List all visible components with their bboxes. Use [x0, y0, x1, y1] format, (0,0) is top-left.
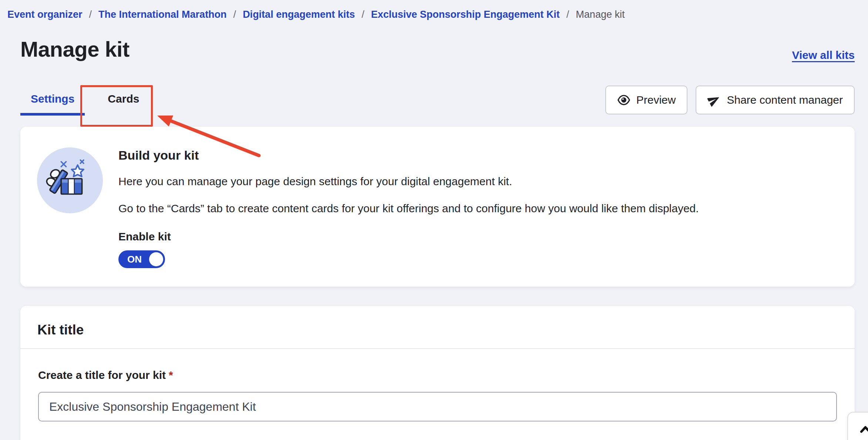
view-all-kits-link[interactable]: View all kits: [792, 49, 855, 61]
preview-button[interactable]: Preview: [605, 86, 688, 114]
build-kit-card: Build your kit Here you can manage your …: [20, 127, 855, 287]
share-content-manager-button[interactable]: Share content manager: [696, 86, 855, 114]
send-icon: [707, 93, 721, 107]
breadcrumb-item-current: Manage kit: [576, 9, 625, 20]
breadcrumb: Event organizer / The International Mara…: [0, 0, 868, 20]
chevron-up-icon: [857, 421, 868, 439]
enable-kit-label: Enable kit: [118, 230, 836, 243]
gift-box-illustration-icon: [37, 147, 103, 213]
kit-title-input[interactable]: [38, 392, 837, 421]
scroll-to-top-button[interactable]: [847, 412, 868, 440]
page-title: Manage kit: [20, 37, 129, 61]
tab-settings[interactable]: Settings: [20, 84, 85, 116]
breadcrumb-item-event-organizer[interactable]: Event organizer: [7, 9, 83, 20]
eye-icon: [617, 93, 630, 107]
breadcrumb-item-event[interactable]: The International Marathon: [98, 9, 227, 20]
breadcrumb-separator: /: [566, 9, 569, 20]
share-button-label: Share content manager: [727, 94, 843, 106]
action-buttons: Preview Share content manager: [605, 86, 855, 114]
kit-title-card: Kit title Create a title for your kit*: [20, 306, 855, 440]
breadcrumb-item-kit[interactable]: Exclusive Sponsorship Engagement Kit: [371, 9, 560, 20]
kit-title-card-header: Kit title: [20, 306, 855, 349]
page-header: Manage kit View all kits: [20, 37, 855, 61]
preview-button-label: Preview: [636, 94, 676, 106]
tab-bar: Settings Cards: [20, 84, 149, 116]
breadcrumb-separator: /: [89, 9, 92, 20]
kit-title-card-body: Create a title for your kit*: [20, 349, 855, 440]
tab-cards[interactable]: Cards: [97, 84, 149, 116]
build-kit-title: Build your kit: [118, 148, 836, 163]
breadcrumb-separator: /: [361, 9, 364, 20]
toggle-knob: [149, 252, 163, 266]
tabs-row: Settings Cards Preview: [20, 84, 855, 116]
toggle-state-label: ON: [127, 254, 142, 265]
breadcrumb-separator: /: [233, 9, 236, 20]
kit-title-heading: Kit title: [37, 322, 837, 338]
kit-title-field-label-text: Create a title for your kit: [38, 369, 166, 381]
breadcrumb-item-kits[interactable]: Digital engagement kits: [243, 9, 355, 20]
kit-title-field-label: Create a title for your kit*: [38, 369, 837, 381]
build-kit-paragraph-2: Go to the “Cards” tab to create content …: [118, 201, 836, 217]
required-asterisk: *: [169, 369, 173, 381]
enable-kit-toggle[interactable]: ON: [118, 250, 165, 268]
build-kit-paragraph-1: Here you can manage your page design set…: [118, 174, 836, 190]
